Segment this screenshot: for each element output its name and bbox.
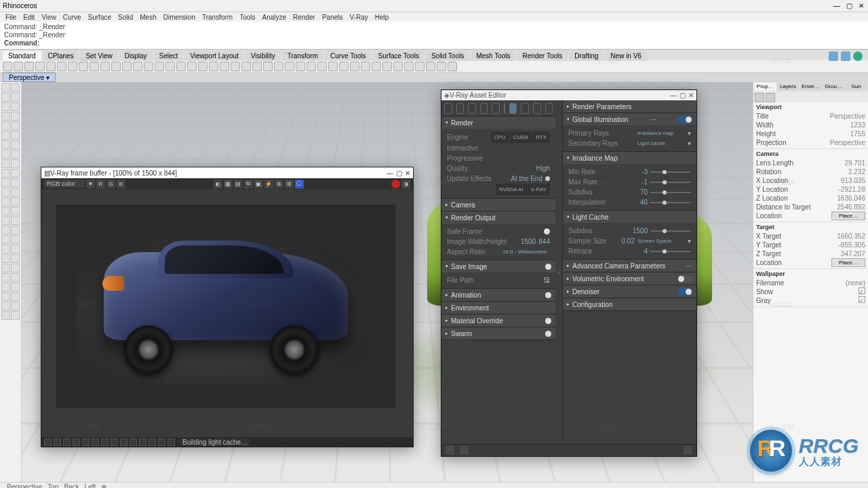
tool-button[interactable] [1, 150, 10, 159]
panel-tab-layers[interactable]: Layers [777, 83, 800, 91]
den-toggle[interactable] [677, 288, 692, 296]
vae-irr-header[interactable]: ▾Irradiance Map [563, 152, 696, 164]
vfb-tool-icon[interactable]: ▤ [234, 180, 243, 188]
tool-button[interactable] [1, 178, 10, 187]
tool-button[interactable] [1, 140, 10, 149]
vfb-status-icon[interactable] [111, 439, 118, 446]
tool-button[interactable] [11, 188, 20, 197]
menu-view[interactable]: View [41, 14, 56, 21]
toolbar-button[interactable] [111, 62, 121, 71]
toolbar-button[interactable] [24, 62, 34, 71]
vae-geometry-icon[interactable] [468, 103, 476, 114]
view-perspective[interactable]: Perspective [7, 483, 42, 488]
safe-toggle[interactable] [544, 228, 550, 235]
tool-button[interactable] [11, 302, 20, 310]
vfb-tool-icon[interactable]: ⊞ [285, 180, 294, 188]
menu-analyze[interactable]: Analyze [262, 14, 287, 21]
vae-textures-icon[interactable] [492, 103, 500, 114]
matov-toggle[interactable] [545, 318, 551, 324]
swarm-toggle[interactable] [545, 331, 551, 337]
tool-button[interactable] [11, 207, 20, 216]
tool-button[interactable] [1, 273, 10, 282]
close-button[interactable]: ✕ [857, 2, 865, 9]
tab-visibility[interactable]: Visibility [245, 51, 281, 61]
vae-min-icon[interactable]: — [670, 92, 677, 99]
tool-button[interactable] [1, 102, 10, 111]
vae-footer-icon[interactable] [684, 446, 692, 455]
toolbar-button[interactable] [90, 62, 99, 71]
toolbar-button[interactable] [209, 62, 218, 71]
tool-button[interactable] [11, 93, 20, 102]
tool-button[interactable] [1, 216, 10, 225]
vfb-status-icon[interactable] [158, 439, 165, 446]
vae-settings-icon[interactable] [509, 103, 517, 114]
dock-icon[interactable] [829, 52, 838, 61]
toolbar-button[interactable] [220, 62, 229, 71]
tab-rendertools[interactable]: Render Tools [517, 51, 568, 61]
vfb-status-icon[interactable] [92, 439, 99, 446]
view-top[interactable]: Top [47, 483, 58, 488]
tool-button[interactable] [1, 292, 10, 301]
toolbar-button[interactable] [307, 62, 316, 71]
primary-dropdown[interactable]: Irradiance map [637, 128, 685, 138]
panel-icon[interactable] [766, 93, 775, 102]
toolbar-button[interactable] [404, 62, 414, 71]
vae-lights-icon[interactable] [456, 103, 465, 114]
vfb-status-icon[interactable] [63, 439, 71, 446]
tool-button[interactable] [11, 292, 20, 301]
minrate-slider[interactable] [650, 171, 691, 173]
gray-checkbox[interactable] [859, 296, 865, 303]
toolbar-button[interactable] [252, 62, 262, 71]
vae-camera-icon[interactable] [533, 103, 541, 114]
toolbar-button[interactable] [285, 62, 294, 71]
vae-lc-header[interactable]: ▾Light Cache [563, 211, 696, 223]
vae-panel-icon[interactable] [545, 103, 553, 114]
vae-render-header[interactable]: ▾Render [441, 117, 555, 129]
tool-button[interactable] [11, 121, 20, 130]
vfb-channel-dropdown[interactable]: RGB color [44, 180, 85, 188]
tab-solidtools[interactable]: Solid Tools [426, 51, 469, 61]
tool-button[interactable] [1, 131, 10, 140]
tool-button[interactable] [1, 264, 10, 272]
tool-button[interactable] [11, 216, 20, 225]
tool-button[interactable] [11, 102, 20, 111]
toolbar-button[interactable] [426, 62, 435, 71]
menu-panels[interactable]: Panels [322, 14, 343, 21]
tool-button[interactable] [11, 311, 20, 320]
vfb-img-icon[interactable]: ▼ [86, 180, 95, 188]
vfb-status-icon[interactable] [82, 439, 90, 446]
toolbar-button[interactable] [415, 62, 425, 71]
tab-display[interactable]: Display [119, 51, 153, 61]
toolbar-button[interactable] [339, 62, 349, 71]
tool-button[interactable] [1, 254, 10, 263]
vol-toggle[interactable] [677, 275, 692, 283]
tool-button[interactable] [11, 112, 20, 121]
toolbar-button[interactable] [144, 62, 153, 71]
toolbar-button[interactable] [328, 62, 338, 71]
vfb-tool-icon[interactable]: 🖵 [295, 180, 304, 188]
vfb-status-icon[interactable] [54, 439, 61, 446]
vae-vol-header[interactable]: ▸Volumetric Environment [563, 272, 696, 285]
menu-transform[interactable]: Transform [202, 14, 233, 21]
menu-edit[interactable]: Edit [23, 14, 35, 21]
tool-button[interactable] [11, 131, 20, 140]
dock-icon[interactable] [841, 52, 850, 61]
vfb-tool-icon[interactable]: ⧉ [244, 180, 253, 188]
lc-subdivs-slider[interactable] [650, 230, 691, 232]
toolbar-button[interactable] [3, 62, 12, 71]
place-camera-button[interactable]: Place… [831, 211, 865, 220]
command-prompt[interactable]: Command: [4, 39, 864, 47]
toolbar-button[interactable] [231, 62, 240, 71]
vfb-titlebar[interactable]: ▧ V-Ray frame buffer - [100% of 1500 x 8… [41, 167, 413, 178]
save-toggle[interactable] [545, 264, 551, 270]
menu-surface[interactable]: Surface [88, 14, 111, 21]
vae-max-icon[interactable]: ▢ [679, 92, 686, 99]
vfb-tool-icon[interactable]: ▣ [254, 180, 263, 188]
view-back[interactable]: Back [64, 483, 79, 488]
tool-button[interactable] [1, 112, 10, 121]
toolbar-button[interactable] [317, 62, 327, 71]
toolbar-button[interactable] [393, 62, 403, 71]
tool-button[interactable] [11, 178, 20, 187]
toolbar-button[interactable] [241, 62, 251, 71]
toolbar-button[interactable] [350, 62, 359, 71]
